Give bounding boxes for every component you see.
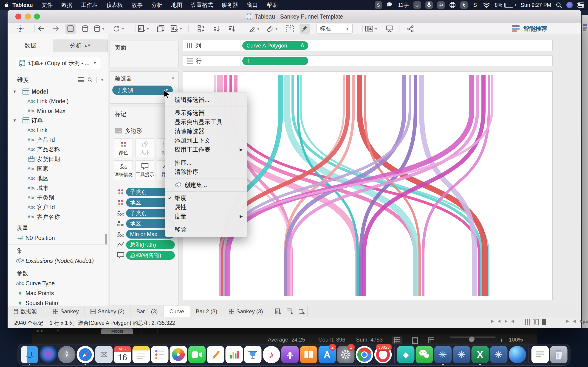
dock-tableau-2-icon[interactable]: ✳ [452,344,471,365]
wechat-icon[interactable] [387,1,393,9]
tableau-logo-button[interactable] [15,24,25,34]
dock-teal-app-icon[interactable]: ◆ [397,344,415,365]
field-客户 Id[interactable]: Abc客户 Id [8,202,104,212]
menu-item-8[interactable]: 设置格式 [187,1,217,9]
wifi-icon[interactable] [483,1,490,9]
redo-button[interactable] [51,24,61,34]
field-产品 Id[interactable]: Abc产品 Id [8,135,104,144]
pages-card[interactable]: 页面 [110,41,179,67]
context-menu-item-移除[interactable]: 移除 [165,225,247,234]
page-playback-controls[interactable] [490,319,515,324]
rows-pill[interactable]: T [242,57,308,65]
dock-launchpad-icon[interactable] [57,344,76,365]
fix-axes-button[interactable] [300,24,310,34]
menu-item-6[interactable]: 分析 [147,1,167,9]
pane-sort-icon[interactable]: ▲▼ [84,43,91,48]
dock-safari-icon[interactable] [76,344,95,365]
field-子类别[interactable]: Abc子类别 [8,193,104,202]
dock-siri-icon[interactable] [39,344,57,365]
context-menu-item-排序[interactable]: 排序... [165,158,247,167]
dock-tableau-3-icon[interactable]: ✳ [489,344,508,365]
parameter-Curve Type[interactable]: AbcCurve Type [8,278,104,288]
undo-button[interactable] [36,24,46,34]
ime-icon[interactable]: 中 [437,1,445,9]
dock-pages-icon[interactable] [206,344,225,365]
context-menu-item-维度[interactable]: ✓维度 [165,193,247,202]
swap-rows-columns-button[interactable] [196,24,206,34]
show-cards-button[interactable]: ▼ [365,24,378,34]
rows-shelf[interactable]: 行 T [183,56,553,66]
sheet-tab-Bar 2 (3)[interactable]: Bar 2 (3) [190,306,223,317]
menu-item-4[interactable]: 仪表板 [102,1,127,9]
highlight-button[interactable]: ▼ [249,24,260,34]
dock-excel-icon[interactable]: X [471,344,489,365]
mark-button-detail[interactable]: 详细信息 [114,160,133,180]
close-button[interactable] [15,14,21,19]
mark-button-size[interactable]: 大小 [136,138,154,158]
mark-button-tooltip[interactable]: 工具提示 [136,160,154,180]
excel-page-break-icon[interactable] [426,336,436,344]
excel-active-sheet-tab[interactable]: Model [101,328,133,334]
sheet-tab-Bar 1 (3)[interactable]: Bar 1 (3) [130,306,164,317]
cursor-icon[interactable] [460,1,468,9]
duplicate-button[interactable] [156,24,166,34]
set-Exclusions (Node0,Node1)[interactable]: Exclusions (Node0,Node1) [8,256,104,266]
context-menu-item-清除筛选器[interactable]: 清除筛选器 [165,127,247,136]
field-订单[interactable]: ▼订单 [8,116,104,125]
menu-item-5[interactable]: 故事 [127,1,147,9]
field-发货日期[interactable]: 发货日期 [8,154,104,164]
context-menu-item-创建集[interactable]: 创建集... [165,180,247,190]
menu-clock[interactable]: Sun 9:27 PM [521,1,551,9]
dock-podcasts-icon[interactable] [281,344,299,365]
dock-settings-icon[interactable]: 1 [337,344,355,365]
dock-finder-icon[interactable] [20,344,39,365]
mark-button-color[interactable]: 颜色 [114,138,133,158]
menu-item-10[interactable]: 窗口 [242,1,262,9]
context-menu-item-添加到上下文[interactable]: 添加到上下文 [165,136,247,145]
search-icon[interactable] [87,77,93,83]
dock-edge-icon[interactable] [508,344,527,365]
columns-pill[interactable]: Curve A PolygonΔ [242,41,308,50]
dock-trash-icon[interactable] [549,344,568,365]
dock-tableau-1-icon[interactable]: ✳ [434,344,452,365]
sheet-tab-Sankey (2)[interactable]: Sankey (2) [85,306,130,317]
dock-textedit-icon[interactable] [531,344,549,365]
group-members-button[interactable]: ▼ [267,24,278,34]
input-count-label[interactable]: 11字 [398,1,409,9]
sort-descending-button[interactable] [227,24,237,34]
new-worksheet-button[interactable] [272,306,284,317]
sheet-tab-数据源[interactable]: 数据源 [8,306,47,317]
menu-item-11[interactable]: 帮助 [262,1,282,9]
excel-page-layout-icon[interactable] [410,336,420,344]
dock-keynote-icon[interactable] [243,344,262,365]
dimensions-menu-icon[interactable]: ▼ [100,78,104,82]
dock-notes-icon[interactable] [132,344,150,365]
dock-books-icon[interactable] [299,344,318,365]
save-button[interactable] [65,24,76,34]
columns-shelf[interactable]: 列 Curve A PolygonΔ [183,40,553,51]
sankey-ribbon[interactable] [365,75,420,296]
title-bar[interactable]: Tableau - Sankey Funnel Template [8,10,581,23]
sheet-tab-Sankey[interactable]: Sankey [47,306,85,317]
menu-item-3[interactable]: 工作表 [77,1,102,9]
excel-zoom-out[interactable]: − [442,336,446,344]
context-menu-item-显示筛选器[interactable]: 显示筛选器 [165,108,247,117]
dock-reminders-icon[interactable] [150,344,169,365]
field-Min or Max[interactable]: AbcMin or Max [8,106,104,116]
excel-normal-view-icon[interactable] [392,336,402,344]
parameter-Squish Ratio[interactable]: #Squish Ratio [8,298,104,306]
add-datasource-button[interactable] [80,24,90,34]
menu-item-1[interactable]: 文件 [37,1,57,9]
menu-item-9[interactable]: 服务器 [217,1,242,9]
filters-menu-icon[interactable]: ▼ [171,76,175,81]
dock-facetime-icon[interactable] [188,344,206,365]
s-badge-icon[interactable]: S [375,1,382,9]
control-center-icon[interactable] [578,1,584,9]
mark-pill-总和(销售额)[interactable]: 总和(销售额) [126,251,175,260]
dock-numbers-icon[interactable] [225,344,243,365]
dock-wechat-icon[interactable] [415,344,434,365]
presentation-mode-button[interactable] [384,24,395,34]
emoji-icon[interactable]: ☺ [414,1,421,9]
menu-app-name[interactable]: Tableau [9,2,37,8]
minimize-button[interactable] [25,14,31,19]
